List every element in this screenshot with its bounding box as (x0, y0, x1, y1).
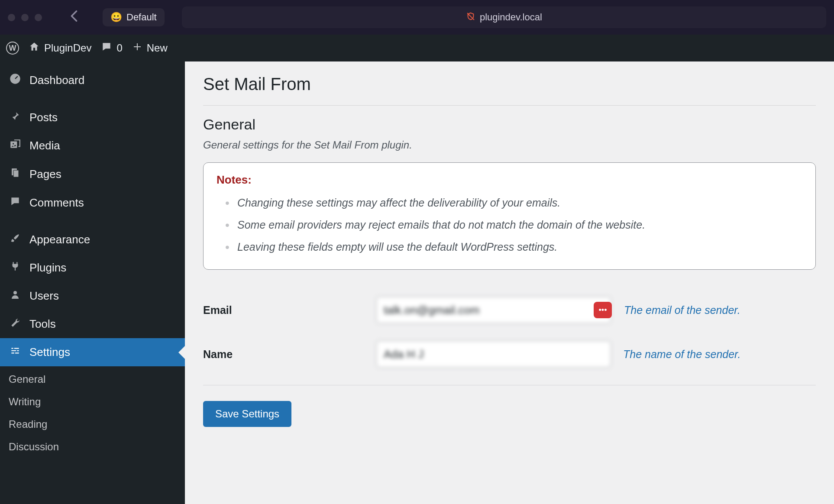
menu-label: Plugins (29, 261, 66, 275)
notes-list: Changing these settings may affect the d… (217, 192, 802, 258)
name-row: Name The name of the sender. (203, 332, 816, 376)
menu-comments[interactable]: Comments (0, 189, 185, 217)
save-button[interactable]: Save Settings (203, 401, 291, 427)
submenu-reading[interactable]: Reading (0, 413, 185, 436)
page-title: Set Mail From (203, 74, 816, 94)
section-description: General settings for the Set Mail From p… (203, 139, 816, 151)
back-button[interactable] (70, 10, 78, 25)
divider (203, 385, 816, 385)
home-icon (29, 41, 40, 55)
section-title: General (203, 116, 816, 133)
maximize-window-icon[interactable] (35, 14, 42, 21)
menu-label: Pages (29, 168, 61, 181)
dashboard-icon (9, 73, 22, 88)
main-content: Set Mail From General General settings f… (185, 61, 834, 504)
comments-count: 0 (116, 42, 122, 54)
site-name: PluginDev (44, 42, 91, 54)
svg-point-2 (13, 143, 14, 144)
window-controls (8, 14, 42, 21)
settings-form: Email ••• The email of the sender. Name … (203, 288, 816, 376)
menu-label: Users (29, 289, 59, 303)
comment-icon (9, 196, 22, 210)
submenu-discussion[interactable]: Discussion (0, 436, 185, 458)
menu-spacer (0, 95, 185, 103)
menu-appearance[interactable]: Appearance (0, 226, 185, 254)
pin-icon (9, 110, 22, 125)
wp-logo[interactable]: W (6, 42, 19, 55)
email-label: Email (203, 304, 376, 317)
profile-label: Default (126, 12, 157, 23)
menu-label: Posts (29, 111, 58, 124)
email-row: Email ••• The email of the sender. (203, 288, 816, 332)
menu-label: Dashboard (29, 74, 84, 87)
notes-box: Notes: Changing these settings may affec… (203, 162, 816, 270)
password-manager-icon[interactable]: ••• (594, 302, 612, 318)
menu-pages[interactable]: Pages (0, 160, 185, 189)
url-text: plugindev.local (480, 12, 542, 23)
menu-label: Media (29, 139, 60, 152)
admin-sidebar: Dashboard Posts Media Pages Comments App… (0, 61, 185, 504)
menu-plugins[interactable]: Plugins (0, 254, 185, 282)
name-input[interactable] (376, 341, 611, 368)
svg-rect-1 (10, 142, 17, 148)
plug-icon (9, 261, 22, 275)
plus-icon (132, 42, 142, 55)
note-item: Changing these settings may affect the d… (217, 192, 802, 214)
browser-profile-chip[interactable]: 😀 Default (103, 8, 165, 26)
pages-icon (9, 167, 22, 182)
menu-dashboard[interactable]: Dashboard (0, 66, 185, 95)
name-label: Name (203, 348, 376, 361)
comment-icon (101, 41, 112, 55)
menu-label: Comments (29, 196, 84, 210)
brush-icon (9, 233, 22, 247)
media-icon (9, 139, 22, 153)
close-window-icon[interactable] (8, 14, 15, 21)
note-item: Some email providers may reject emails t… (217, 214, 802, 236)
submenu-writing[interactable]: Writing (0, 391, 185, 413)
wrench-icon (9, 317, 22, 331)
notes-title: Notes: (217, 173, 802, 187)
divider (203, 105, 816, 106)
profile-icon: 😀 (110, 12, 122, 23)
email-input[interactable] (376, 297, 611, 323)
svg-rect-4 (13, 170, 19, 177)
comments-link[interactable]: 0 (101, 41, 122, 55)
wp-adminbar: W PluginDev 0 New (0, 35, 834, 61)
email-description: The email of the sender. (624, 304, 740, 317)
site-link[interactable]: PluginDev (29, 41, 91, 55)
browser-chrome: 😀 Default plugindev.local (0, 0, 834, 35)
menu-label: Appearance (29, 233, 90, 246)
settings-submenu: General Writing Reading Discussion (0, 366, 185, 462)
sliders-icon (9, 345, 22, 359)
menu-label: Settings (29, 346, 70, 359)
menu-spacer (0, 217, 185, 226)
new-label: New (147, 42, 168, 54)
menu-label: Tools (29, 317, 56, 331)
menu-users[interactable]: Users (0, 282, 185, 310)
wordpress-icon: W (6, 42, 19, 55)
svg-point-5 (13, 291, 17, 294)
address-bar[interactable]: plugindev.local (182, 6, 826, 28)
menu-posts[interactable]: Posts (0, 103, 185, 132)
name-description: The name of the sender. (623, 348, 740, 361)
minimize-window-icon[interactable] (21, 14, 29, 21)
submenu-general[interactable]: General (0, 368, 185, 391)
note-item: Leaving these fields empty will use the … (217, 236, 802, 258)
menu-tools[interactable]: Tools (0, 310, 185, 338)
insecure-icon (466, 12, 475, 23)
menu-settings[interactable]: Settings (0, 338, 185, 366)
menu-media[interactable]: Media (0, 132, 185, 160)
new-link[interactable]: New (132, 42, 168, 55)
user-icon (9, 289, 22, 303)
